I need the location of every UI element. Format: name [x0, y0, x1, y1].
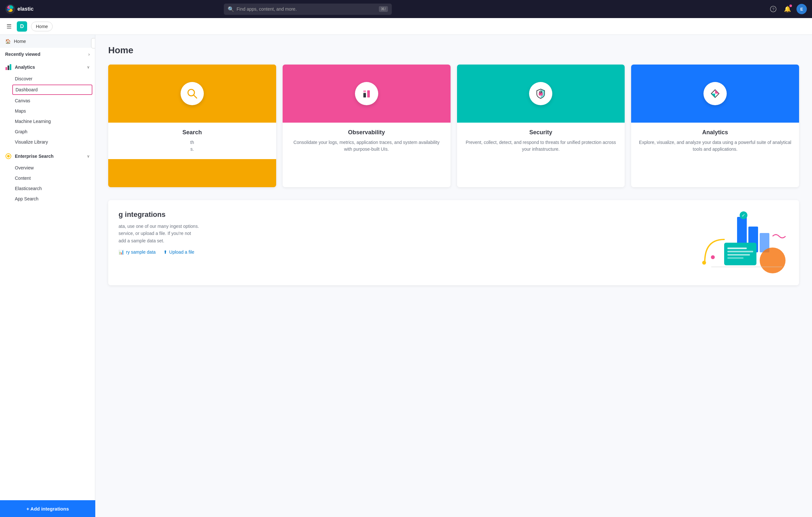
svg-rect-7: [5, 67, 7, 70]
add-integrations-button[interactable]: + Add integrations: [0, 500, 95, 517]
integrations-text: g integrations ata, use one of our many …: [119, 210, 666, 255]
nav-icons: ? 🔔 E: [768, 4, 807, 14]
analytics-card[interactable]: Analytics Explore, visualize, and analyz…: [631, 65, 799, 187]
svg-rect-31: [727, 257, 744, 259]
sidebar-item-overview[interactable]: Overview: [0, 163, 95, 173]
svg-rect-28: [727, 247, 747, 249]
main-layout: ✕ 🏠 Home Recently viewed › Analytics ∨ D…: [0, 35, 812, 517]
page-title: Home: [108, 45, 799, 56]
integrations-section: g integrations ata, use one of our many …: [108, 200, 799, 285]
sidebar-home-label: Home: [14, 39, 26, 44]
svg-line-13: [194, 95, 197, 98]
enterprise-chevron-icon: ∨: [87, 154, 90, 158]
search-icon: 🔍: [228, 6, 234, 12]
elastic-text: elastic: [18, 6, 34, 12]
enterprise-search-label: Enterprise Search: [15, 154, 84, 159]
solution-cards-grid: Search ths. Observability: [108, 65, 799, 187]
svg-point-33: [702, 261, 706, 265]
try-sample-data-link[interactable]: 📊 ry sample data: [119, 249, 156, 255]
svg-rect-15: [367, 90, 370, 97]
upload-icon: ⬆: [164, 249, 167, 255]
svg-rect-16: [364, 90, 366, 92]
analytics-card-desc: Explore, visualize, and analyze your dat…: [638, 139, 793, 153]
svg-rect-30: [727, 254, 750, 255]
notifications-icon[interactable]: 🔔: [782, 4, 793, 14]
enterprise-search-icon: [5, 153, 11, 159]
sidebar-item-machine-learning[interactable]: Machine Learning: [0, 116, 95, 126]
space-avatar[interactable]: D: [17, 21, 27, 32]
security-desc: Prevent, collect, detect, and respond to…: [463, 139, 618, 153]
analytics-card-icon: [703, 82, 727, 105]
enterprise-search-section-header[interactable]: Enterprise Search ∨: [0, 150, 95, 163]
analytics-section-label: Analytics: [15, 65, 84, 70]
sidebar-item-home[interactable]: 🏠 Home: [0, 35, 95, 48]
sidebar-item-graph[interactable]: Graph: [0, 126, 95, 137]
analytics-section-header[interactable]: Analytics ∨: [0, 61, 95, 73]
integrations-title: g integrations: [119, 210, 666, 219]
observability-card[interactable]: Observability Consolidate your logs, met…: [283, 65, 451, 187]
sidebar-item-content[interactable]: Content: [0, 173, 95, 183]
menu-toggle[interactable]: ☰: [5, 22, 13, 31]
sidebar: ✕ 🏠 Home Recently viewed › Analytics ∨ D…: [0, 35, 95, 517]
help-icon[interactable]: ?: [768, 4, 778, 14]
recently-viewed-label: Recently viewed: [5, 52, 40, 57]
search-card[interactable]: Search ths.: [108, 65, 276, 187]
svg-point-11: [7, 155, 10, 157]
home-button[interactable]: Home: [31, 22, 53, 31]
search-shortcut: ⌘/: [379, 6, 387, 12]
sidebar-close-button[interactable]: ✕: [91, 38, 95, 49]
sidebar-item-dashboard[interactable]: Dashboard: [12, 85, 92, 95]
svg-rect-29: [727, 251, 753, 252]
analytics-chevron-icon: ∨: [87, 65, 90, 69]
home-icon: 🏠: [5, 39, 11, 44]
sidebar-item-elasticsearch[interactable]: Elasticsearch: [0, 183, 95, 194]
sidebar-item-visualize-library[interactable]: Visualize Library: [0, 137, 95, 147]
security-card[interactable]: Security Prevent, collect, detect, and r…: [457, 65, 625, 187]
search-input[interactable]: [237, 6, 377, 11]
integrations-desc: ata, use one of our many ingest options.…: [119, 223, 666, 244]
analytics-section-icon: [5, 64, 11, 70]
svg-point-34: [711, 255, 715, 259]
sidebar-item-maps[interactable]: Maps: [0, 106, 95, 116]
svg-rect-8: [8, 65, 9, 70]
user-avatar[interactable]: E: [796, 4, 807, 14]
sidebar-item-discover[interactable]: Discover: [0, 73, 95, 84]
upload-file-link[interactable]: ⬆ Upload a file: [164, 249, 195, 255]
security-icon: [529, 82, 552, 105]
svg-text:✓: ✓: [742, 213, 746, 218]
integrations-illustration: ✓: [679, 210, 789, 275]
main-content: Home Search ths.: [95, 35, 812, 517]
observability-title: Observability: [289, 129, 444, 136]
sidebar-item-canvas[interactable]: Canvas: [0, 95, 95, 106]
sub-navigation: ☰ D Home: [0, 18, 812, 35]
svg-text:?: ?: [772, 7, 775, 11]
svg-rect-9: [10, 64, 11, 70]
sidebar-item-app-search[interactable]: App Search: [0, 194, 95, 204]
observability-desc: Consolidate your logs, metrics, applicat…: [289, 139, 444, 153]
svg-point-32: [760, 247, 785, 273]
sample-data-icon: 📊: [119, 249, 124, 255]
recently-viewed-section[interactable]: Recently viewed ›: [0, 48, 95, 61]
global-search[interactable]: 🔍 ⌘/: [224, 4, 392, 15]
analytics-card-title: Analytics: [638, 129, 793, 136]
security-title: Security: [463, 129, 618, 136]
chevron-right-icon: ›: [88, 52, 90, 57]
observability-icon: [355, 82, 378, 105]
elastic-logo[interactable]: elastic: [5, 4, 34, 14]
integrations-links: 📊 ry sample data ⬆ Upload a file: [119, 249, 666, 255]
top-navigation: elastic 🔍 ⌘/ ? 🔔 E: [0, 0, 812, 18]
svg-rect-14: [364, 93, 366, 97]
